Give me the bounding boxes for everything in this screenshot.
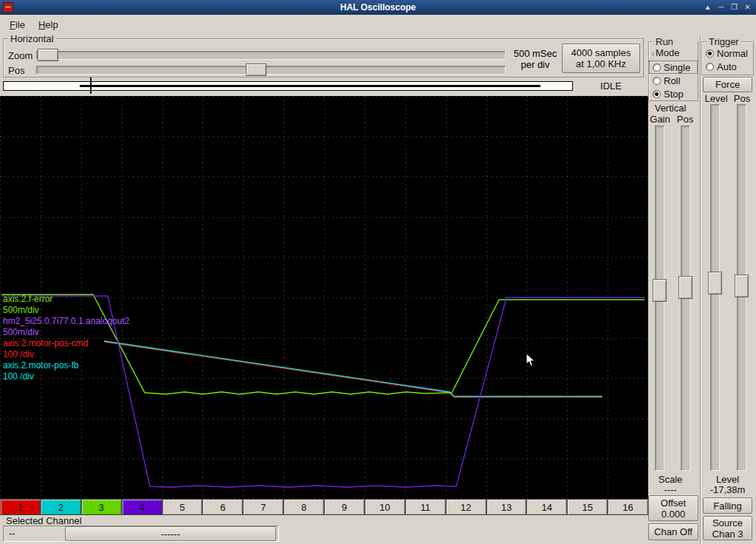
channel-button-16[interactable]: 16 bbox=[608, 499, 648, 515]
trigger-frame-label: Trigger bbox=[707, 36, 741, 47]
scope-display: axis.2.f-error 500m/div hm2_5i25.0.7i77.… bbox=[0, 96, 648, 499]
run-mode-roll[interactable]: Roll bbox=[649, 74, 698, 87]
readout-scale-ch1: 100 /div bbox=[3, 349, 129, 360]
channel-button-11[interactable]: 11 bbox=[405, 499, 446, 515]
capture-status: IDLE bbox=[580, 80, 642, 92]
trigger-source-button[interactable]: Source Chan 3 bbox=[703, 516, 752, 540]
channel-button-15[interactable]: 15 bbox=[567, 499, 608, 515]
maximize-icon[interactable]: ❐ bbox=[729, 1, 740, 13]
pos-slider[interactable] bbox=[36, 66, 506, 75]
capture-progress-bar bbox=[3, 81, 573, 91]
channel-readouts: axis.2.f-error 500m/div hm2_5i25.0.7i77.… bbox=[3, 294, 129, 382]
trace-axis.2.motor-pos-fb bbox=[104, 341, 602, 396]
radio-icon bbox=[653, 63, 661, 72]
vertical-pos-slider-handle[interactable] bbox=[678, 276, 693, 299]
rate-per-div: 500 mSec bbox=[509, 48, 562, 59]
run-mode-frame: Run Mode Normal Single Roll Stop bbox=[648, 41, 698, 101]
channel-button-10[interactable]: 10 bbox=[365, 499, 405, 515]
trigger-frame: Trigger Normal Auto bbox=[701, 41, 754, 75]
offset-value: 0.000 bbox=[662, 509, 686, 520]
channel-button-12[interactable]: 12 bbox=[446, 499, 487, 515]
close-icon[interactable]: ✕ bbox=[742, 1, 753, 13]
channel-button-7[interactable]: 7 bbox=[243, 499, 284, 515]
channel-button-9[interactable]: 9 bbox=[324, 499, 365, 515]
trigger-level-value: -17,38m bbox=[701, 484, 754, 495]
force-button[interactable]: Force bbox=[703, 77, 752, 92]
channel-button-14[interactable]: 14 bbox=[526, 499, 567, 515]
chan-off-button[interactable]: Chan Off bbox=[648, 523, 698, 540]
readout-name-ch4: hm2_5i25.0.7i77.0.1.analogout2 bbox=[3, 316, 129, 327]
trigger-level-label: Level bbox=[701, 474, 754, 485]
radio-icon bbox=[706, 63, 714, 71]
channel-button-4[interactable]: 4 bbox=[122, 499, 162, 515]
channel-button-13[interactable]: 13 bbox=[487, 499, 527, 515]
zoom-slider[interactable] bbox=[36, 51, 506, 60]
channel-button-8[interactable]: 8 bbox=[284, 499, 324, 515]
readout-scale-ch2: 100 /div bbox=[3, 371, 129, 382]
app-window: HAL Oscilloscope ▲ ─ ❐ ✕ File Help Horiz… bbox=[0, 0, 756, 544]
radio-icon bbox=[653, 77, 661, 85]
samples-count: 4000 samples bbox=[571, 47, 631, 58]
channel-button-2[interactable]: 2 bbox=[41, 499, 81, 515]
radio-checked-icon bbox=[706, 49, 714, 58]
trace-axis.2.motor-pos-cmd bbox=[104, 342, 602, 397]
sample-rate-readout: 500 mSec per div bbox=[509, 48, 562, 70]
zoom-label: Zoom bbox=[8, 50, 32, 61]
channel-button-row: 1 2 3 4 5 6 7 8 9 10 11 12 13 14 15 16 bbox=[0, 499, 648, 515]
channel-button-1[interactable]: 1 bbox=[0, 499, 41, 515]
mouse-cursor bbox=[526, 353, 537, 368]
run-mode-frame-label: Run Mode bbox=[653, 36, 698, 58]
run-mode-roll-label: Roll bbox=[664, 75, 680, 86]
trigger-auto-label: Auto bbox=[717, 61, 737, 72]
offset-button[interactable]: Offset 0.000 bbox=[648, 495, 698, 521]
trigger-level-slider-handle[interactable] bbox=[708, 272, 722, 295]
channel-button-5[interactable]: 5 bbox=[162, 499, 203, 515]
rate-per-div-unit: per div bbox=[509, 59, 562, 70]
pane-separator bbox=[700, 35, 701, 544]
trigger-edge-button[interactable]: Falling bbox=[703, 497, 752, 514]
radio-checked-icon bbox=[653, 90, 661, 98]
samples-rate: at 1,00 KHz bbox=[576, 58, 626, 69]
capture-progress-fill bbox=[80, 85, 540, 87]
channel-button-6[interactable]: 6 bbox=[202, 499, 243, 515]
readout-name-ch1: axis.2.motor-pos-cmd bbox=[3, 338, 129, 349]
vertical-pos-label: Pos bbox=[673, 114, 697, 125]
run-mode-stop[interactable]: Stop bbox=[649, 87, 698, 100]
readout-name-ch2: axis.2.motor-pos-fb bbox=[3, 360, 129, 371]
trigger-normal-label: Normal bbox=[717, 48, 748, 59]
readout-scale-ch3: 500m/div bbox=[3, 305, 129, 316]
offset-label: Offset bbox=[661, 497, 686, 509]
selected-channel-value: -- bbox=[9, 528, 16, 539]
readout-scale-ch4: 500m/div bbox=[3, 327, 129, 338]
scale-label: Scale bbox=[645, 474, 695, 485]
selected-channel-source-button[interactable]: ------ bbox=[65, 526, 276, 541]
trigger-level-col-label: Level bbox=[701, 93, 731, 104]
trigger-source-line2: Chan 3 bbox=[712, 528, 743, 540]
trigger-normal[interactable]: Normal bbox=[702, 47, 753, 60]
menu-help[interactable]: Help bbox=[32, 17, 65, 32]
vertical-section-label: Vertical bbox=[645, 103, 695, 114]
scale-value: ---- bbox=[645, 484, 695, 495]
trigger-source-line1: Source bbox=[712, 517, 743, 528]
run-mode-single-label: Single bbox=[664, 62, 690, 73]
window-controls: ▲ ─ ❐ ✕ bbox=[702, 1, 753, 13]
run-mode-stop-label: Stop bbox=[664, 89, 684, 100]
run-mode-single[interactable]: Single bbox=[649, 61, 698, 74]
menu-file[interactable]: File bbox=[3, 17, 32, 32]
channel-button-3[interactable]: 3 bbox=[81, 499, 122, 515]
app-icon bbox=[3, 2, 13, 13]
samples-button[interactable]: 4000 samples at 1,00 KHz bbox=[562, 44, 640, 73]
zoom-slider-handle[interactable] bbox=[38, 49, 58, 61]
pos-slider-handle[interactable] bbox=[246, 63, 267, 76]
trigger-position-marker[interactable] bbox=[90, 78, 92, 94]
titlebar[interactable]: HAL Oscilloscope ▲ ─ ❐ ✕ bbox=[0, 0, 756, 15]
pos-label: Pos bbox=[8, 65, 24, 76]
minimize-icon[interactable]: ─ bbox=[715, 1, 726, 13]
shade-icon[interactable]: ▲ bbox=[702, 1, 713, 13]
vertical-gain-label: Gain bbox=[648, 114, 672, 125]
window-title: HAL Oscilloscope bbox=[0, 2, 756, 13]
menubar: File Help bbox=[0, 15, 756, 34]
trigger-auto[interactable]: Auto bbox=[702, 60, 753, 73]
gain-slider-handle[interactable] bbox=[653, 279, 667, 302]
trigger-pos-slider-handle[interactable] bbox=[735, 275, 749, 297]
